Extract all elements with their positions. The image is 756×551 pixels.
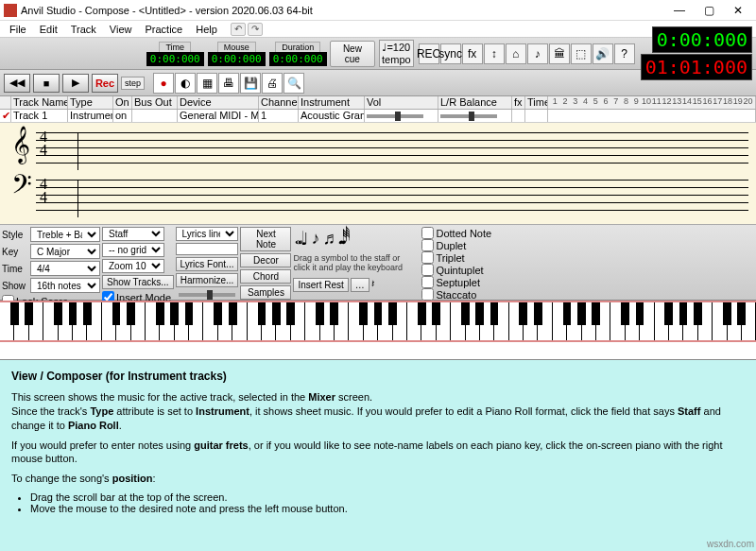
septuplet-check[interactable] — [421, 276, 434, 288]
col-channel[interactable]: Channel — [259, 96, 299, 109]
chord-button[interactable]: Chord — [240, 269, 291, 284]
zoom-select[interactable]: Zoom 100% — [102, 259, 164, 273]
loop-icon[interactable]: ◐ — [175, 73, 196, 94]
rest-menu-button[interactable]: … — [351, 278, 369, 292]
key-select[interactable]: C Major — [30, 244, 100, 259]
insert-rest-button[interactable]: Insert Rest — [293, 278, 348, 292]
maximize-button[interactable]: ▢ — [695, 2, 723, 19]
black-key[interactable] — [359, 302, 368, 325]
stop-button[interactable]: ■ — [33, 74, 60, 93]
samples-button[interactable]: Samples — [240, 285, 291, 300]
quarter-note-icon[interactable]: ♩ — [301, 229, 308, 250]
grid2-icon[interactable]: ▦ — [197, 73, 217, 94]
new-cue-button[interactable]: New cue — [330, 41, 375, 67]
folder-icon[interactable]: 🖶 — [218, 73, 239, 94]
black-key[interactable] — [374, 302, 383, 325]
track-row[interactable]: ✔ Track 1 Instrument on General MIDI - M… — [0, 110, 756, 123]
black-key[interactable] — [694, 302, 702, 325]
black-key[interactable] — [388, 302, 397, 325]
black-key[interactable] — [418, 302, 426, 325]
decor-button[interactable]: Decor — [240, 253, 291, 267]
black-key[interactable] — [723, 302, 731, 325]
col-device[interactable]: Device — [178, 96, 259, 109]
fx-icon[interactable]: fx — [462, 43, 483, 64]
black-key[interactable] — [286, 302, 295, 325]
track-instrument[interactable]: Acoustic Grand — [299, 110, 365, 122]
duplet-check[interactable] — [421, 239, 434, 251]
track-lane[interactable] — [548, 110, 756, 122]
speaker-icon[interactable]: 🔊 — [593, 43, 613, 64]
black-key[interactable] — [69, 302, 77, 325]
black-key[interactable] — [679, 302, 688, 325]
rewind-button[interactable]: ◀◀ — [4, 74, 30, 93]
black-key[interactable] — [563, 302, 572, 325]
sync-icon[interactable]: sync — [440, 43, 461, 64]
black-key[interactable] — [156, 302, 164, 325]
grid-icon[interactable]: ⬚ — [571, 43, 592, 64]
col-fx[interactable]: fx — [512, 96, 525, 109]
black-key[interactable] — [592, 302, 600, 325]
grid-select[interactable]: -- no grid -- — [102, 243, 164, 257]
show-select[interactable]: 16th notes — [30, 278, 100, 293]
rec-icon[interactable]: REC — [419, 43, 439, 64]
col-busout[interactable]: Bus Out — [132, 96, 178, 109]
undo-button[interactable]: ↶ — [231, 23, 246, 36]
building-icon[interactable]: 🏛 — [549, 43, 570, 64]
col-type[interactable]: Type — [68, 96, 113, 109]
black-key[interactable] — [475, 302, 484, 325]
black-key[interactable] — [737, 302, 746, 325]
play-button[interactable]: ▶ — [62, 74, 89, 93]
track-device[interactable]: General MIDI - Microso — [178, 110, 259, 122]
track-fx[interactable] — [512, 110, 525, 122]
eighth-note-icon[interactable]: ♪ — [311, 229, 319, 250]
black-key[interactable] — [25, 302, 33, 325]
save-icon[interactable]: 💾 — [240, 73, 261, 94]
staff-area[interactable]: 𝄞 44 𝄢 44 — [0, 123, 756, 225]
redo-button[interactable]: ↷ — [248, 23, 263, 36]
black-key[interactable] — [534, 302, 542, 325]
col-instrument[interactable]: Instrument — [299, 96, 365, 109]
lyrics-font-button[interactable]: Lyrics Font... — [176, 257, 239, 271]
staff-select[interactable]: Staff — [102, 227, 164, 241]
menu-help[interactable]: Help — [190, 22, 223, 37]
dotted-check[interactable] — [421, 227, 434, 239]
black-key[interactable] — [432, 302, 440, 325]
black-key[interactable] — [54, 302, 62, 325]
minimize-button[interactable]: — — [665, 2, 694, 19]
col-trackname[interactable]: Track Name — [11, 96, 68, 109]
lyrics-select[interactable]: Lyrics line 1 — [176, 227, 238, 241]
help-icon[interactable]: ? — [614, 43, 635, 64]
col-vol[interactable]: Vol — [365, 96, 438, 109]
track-bus[interactable] — [132, 110, 178, 122]
col-on[interactable]: On — [113, 96, 132, 109]
track-vol-slider[interactable] — [365, 110, 438, 122]
track-channel[interactable]: 1 — [259, 110, 299, 122]
mixer-link[interactable]: Mixer — [308, 391, 335, 403]
next-note-button[interactable]: Next Note — [240, 227, 291, 251]
col-time[interactable]: Time — [525, 96, 548, 109]
black-key[interactable] — [10, 302, 19, 325]
step-toggle[interactable]: step — [121, 77, 145, 90]
black-key[interactable] — [229, 302, 237, 325]
menu-track[interactable]: Track — [65, 22, 102, 37]
record-button[interactable]: Rec — [92, 74, 118, 93]
black-key[interactable] — [621, 302, 629, 325]
black-key[interactable] — [461, 302, 470, 325]
track-check[interactable]: ✔ — [0, 110, 11, 122]
tune-icon[interactable]: ↕ — [484, 43, 505, 64]
close-button[interactable]: ✕ — [724, 2, 752, 19]
black-key[interactable] — [664, 302, 673, 325]
track-time[interactable] — [525, 110, 548, 122]
print-icon[interactable]: 🖨 — [262, 73, 283, 94]
note-icon[interactable]: ♪ — [527, 43, 548, 64]
black-key[interactable] — [636, 302, 644, 325]
treble-staff[interactable]: 𝄞 44 — [36, 132, 748, 170]
black-key[interactable] — [83, 302, 92, 325]
black-key[interactable] — [316, 302, 324, 325]
menu-edit[interactable]: Edit — [34, 22, 63, 37]
guitar-link[interactable]: guitar frets — [194, 439, 248, 451]
metronome-icon[interactable]: ⌂ — [506, 43, 526, 64]
col-balance[interactable]: L/R Balance — [438, 96, 512, 109]
black-key[interactable] — [519, 302, 527, 325]
track-on[interactable]: on — [113, 110, 132, 122]
